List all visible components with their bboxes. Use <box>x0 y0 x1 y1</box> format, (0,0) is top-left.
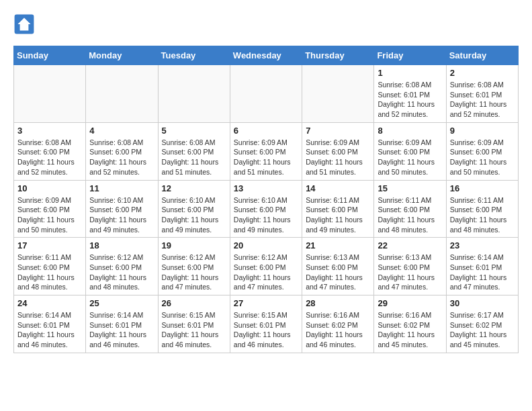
day-number: 8 <box>378 126 442 136</box>
calendar-day-cell: 18Sunrise: 6:12 AM Sunset: 6:00 PM Dayli… <box>86 238 158 295</box>
day-number: 23 <box>450 240 515 250</box>
calendar-day-cell: 21Sunrise: 6:13 AM Sunset: 6:00 PM Dayli… <box>302 238 374 295</box>
day-number: 2 <box>450 68 515 78</box>
calendar-day-cell: 9Sunrise: 6:09 AM Sunset: 6:00 PM Daylig… <box>446 122 518 180</box>
day-of-week-header: Saturday <box>446 46 518 65</box>
day-of-week-header: Friday <box>374 46 446 65</box>
calendar-day-cell: 28Sunrise: 6:16 AM Sunset: 6:02 PM Dayli… <box>302 295 374 353</box>
calendar-day-cell: 27Sunrise: 6:15 AM Sunset: 6:01 PM Dayli… <box>230 295 302 353</box>
day-number: 11 <box>89 183 154 193</box>
day-number: 29 <box>378 298 442 308</box>
day-number: 30 <box>450 298 515 308</box>
day-number: 12 <box>162 183 226 193</box>
day-info: Sunrise: 6:11 AM Sunset: 6:00 PM Dayligh… <box>17 253 82 292</box>
day-number: 24 <box>17 298 82 308</box>
day-of-week-header: Sunday <box>14 46 86 65</box>
day-number: 25 <box>89 298 154 308</box>
day-info: Sunrise: 6:14 AM Sunset: 6:01 PM Dayligh… <box>450 253 515 292</box>
day-info: Sunrise: 6:09 AM Sunset: 6:00 PM Dayligh… <box>17 195 82 235</box>
day-number: 16 <box>450 183 515 193</box>
day-number: 27 <box>234 298 298 308</box>
day-number: 13 <box>234 183 298 193</box>
day-info: Sunrise: 6:15 AM Sunset: 6:01 PM Dayligh… <box>162 310 226 350</box>
day-number: 17 <box>17 240 82 250</box>
day-of-week-header: Monday <box>86 46 158 65</box>
day-info: Sunrise: 6:09 AM Sunset: 6:00 PM Dayligh… <box>234 138 298 177</box>
day-info: Sunrise: 6:10 AM Sunset: 6:00 PM Dayligh… <box>234 195 298 235</box>
day-info: Sunrise: 6:08 AM Sunset: 6:00 PM Dayligh… <box>162 138 226 177</box>
calendar-week-row: 10Sunrise: 6:09 AM Sunset: 6:00 PM Dayli… <box>14 180 519 238</box>
calendar-day-cell: 13Sunrise: 6:10 AM Sunset: 6:00 PM Dayli… <box>230 180 302 238</box>
day-number: 28 <box>306 298 370 308</box>
day-number: 21 <box>306 240 370 250</box>
day-number: 3 <box>17 126 82 136</box>
calendar-week-row: 3Sunrise: 6:08 AM Sunset: 6:00 PM Daylig… <box>14 122 519 180</box>
calendar-day-cell: 14Sunrise: 6:11 AM Sunset: 6:00 PM Dayli… <box>302 180 374 238</box>
day-info: Sunrise: 6:09 AM Sunset: 6:00 PM Dayligh… <box>378 138 442 177</box>
calendar-week-row: 24Sunrise: 6:14 AM Sunset: 6:01 PM Dayli… <box>14 295 519 353</box>
day-number: 9 <box>450 126 515 136</box>
calendar-day-cell <box>158 65 230 123</box>
calendar-day-cell: 30Sunrise: 6:17 AM Sunset: 6:02 PM Dayli… <box>446 295 518 353</box>
day-number: 7 <box>306 126 370 136</box>
day-info: Sunrise: 6:11 AM Sunset: 6:00 PM Dayligh… <box>378 195 442 235</box>
calendar-day-cell: 24Sunrise: 6:14 AM Sunset: 6:01 PM Dayli… <box>14 295 86 353</box>
logo <box>13 13 38 35</box>
calendar-day-cell: 26Sunrise: 6:15 AM Sunset: 6:01 PM Dayli… <box>158 295 230 353</box>
day-info: Sunrise: 6:15 AM Sunset: 6:01 PM Dayligh… <box>234 310 298 350</box>
day-info: Sunrise: 6:08 AM Sunset: 6:00 PM Dayligh… <box>17 138 82 177</box>
calendar-header-row: SundayMondayTuesdayWednesdayThursdayFrid… <box>14 46 519 65</box>
day-info: Sunrise: 6:09 AM Sunset: 6:00 PM Dayligh… <box>450 138 515 177</box>
calendar-day-cell: 4Sunrise: 6:08 AM Sunset: 6:00 PM Daylig… <box>86 122 158 180</box>
day-number: 10 <box>17 183 82 193</box>
day-number: 5 <box>162 126 226 136</box>
calendar-day-cell <box>86 65 158 123</box>
calendar-week-row: 1Sunrise: 6:08 AM Sunset: 6:01 PM Daylig… <box>14 65 519 123</box>
calendar-day-cell: 6Sunrise: 6:09 AM Sunset: 6:00 PM Daylig… <box>230 122 302 180</box>
calendar-day-cell: 8Sunrise: 6:09 AM Sunset: 6:00 PM Daylig… <box>374 122 446 180</box>
calendar-day-cell: 1Sunrise: 6:08 AM Sunset: 6:01 PM Daylig… <box>374 65 446 123</box>
day-info: Sunrise: 6:10 AM Sunset: 6:00 PM Dayligh… <box>162 195 226 235</box>
calendar-table: SundayMondayTuesdayWednesdayThursdayFrid… <box>13 46 519 353</box>
calendar-week-row: 17Sunrise: 6:11 AM Sunset: 6:00 PM Dayli… <box>14 238 519 295</box>
calendar-day-cell: 5Sunrise: 6:08 AM Sunset: 6:00 PM Daylig… <box>158 122 230 180</box>
calendar-day-cell: 11Sunrise: 6:10 AM Sunset: 6:00 PM Dayli… <box>86 180 158 238</box>
calendar-day-cell: 22Sunrise: 6:13 AM Sunset: 6:00 PM Dayli… <box>374 238 446 295</box>
day-number: 1 <box>378 68 442 78</box>
day-info: Sunrise: 6:11 AM Sunset: 6:00 PM Dayligh… <box>306 195 370 235</box>
calendar-day-cell: 29Sunrise: 6:16 AM Sunset: 6:02 PM Dayli… <box>374 295 446 353</box>
day-number: 19 <box>162 240 226 250</box>
day-info: Sunrise: 6:08 AM Sunset: 6:00 PM Dayligh… <box>89 138 154 177</box>
calendar-day-cell: 12Sunrise: 6:10 AM Sunset: 6:00 PM Dayli… <box>158 180 230 238</box>
day-info: Sunrise: 6:13 AM Sunset: 6:00 PM Dayligh… <box>306 253 370 292</box>
day-of-week-header: Wednesday <box>230 46 302 65</box>
day-info: Sunrise: 6:08 AM Sunset: 6:01 PM Dayligh… <box>378 80 442 120</box>
calendar-day-cell <box>230 65 302 123</box>
day-number: 6 <box>234 126 298 136</box>
calendar-day-cell <box>302 65 374 123</box>
day-info: Sunrise: 6:16 AM Sunset: 6:02 PM Dayligh… <box>378 310 442 350</box>
calendar-day-cell: 3Sunrise: 6:08 AM Sunset: 6:00 PM Daylig… <box>14 122 86 180</box>
day-info: Sunrise: 6:14 AM Sunset: 6:01 PM Dayligh… <box>17 310 82 350</box>
calendar-day-cell: 20Sunrise: 6:12 AM Sunset: 6:00 PM Dayli… <box>230 238 302 295</box>
day-info: Sunrise: 6:11 AM Sunset: 6:00 PM Dayligh… <box>450 195 515 235</box>
calendar-day-cell <box>14 65 86 123</box>
day-info: Sunrise: 6:14 AM Sunset: 6:01 PM Dayligh… <box>89 310 154 350</box>
calendar-day-cell: 16Sunrise: 6:11 AM Sunset: 6:00 PM Dayli… <box>446 180 518 238</box>
day-info: Sunrise: 6:12 AM Sunset: 6:00 PM Dayligh… <box>162 253 226 292</box>
calendar-day-cell: 7Sunrise: 6:09 AM Sunset: 6:00 PM Daylig… <box>302 122 374 180</box>
day-of-week-header: Thursday <box>302 46 374 65</box>
day-info: Sunrise: 6:16 AM Sunset: 6:02 PM Dayligh… <box>306 310 370 350</box>
day-info: Sunrise: 6:12 AM Sunset: 6:00 PM Dayligh… <box>89 253 154 292</box>
day-number: 26 <box>162 298 226 308</box>
logo-icon <box>13 13 35 35</box>
calendar-day-cell: 19Sunrise: 6:12 AM Sunset: 6:00 PM Dayli… <box>158 238 230 295</box>
calendar-day-cell: 10Sunrise: 6:09 AM Sunset: 6:00 PM Dayli… <box>14 180 86 238</box>
calendar-day-cell: 17Sunrise: 6:11 AM Sunset: 6:00 PM Dayli… <box>14 238 86 295</box>
calendar-day-cell: 25Sunrise: 6:14 AM Sunset: 6:01 PM Dayli… <box>86 295 158 353</box>
day-number: 18 <box>89 240 154 250</box>
day-number: 20 <box>234 240 298 250</box>
day-of-week-header: Tuesday <box>158 46 230 65</box>
day-info: Sunrise: 6:09 AM Sunset: 6:00 PM Dayligh… <box>306 138 370 177</box>
calendar-day-cell: 2Sunrise: 6:08 AM Sunset: 6:01 PM Daylig… <box>446 65 518 123</box>
